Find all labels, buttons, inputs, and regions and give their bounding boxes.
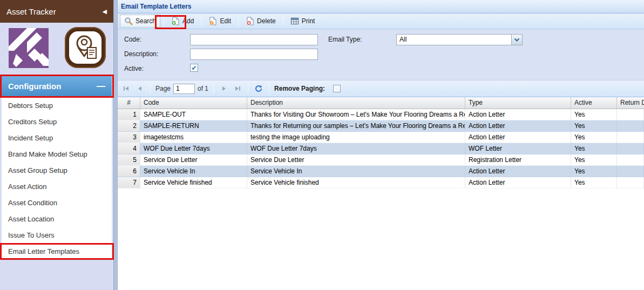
return-date-cell: [617, 154, 644, 166]
logo-strip: [0, 23, 113, 75]
chevron-down-icon: [514, 38, 519, 42]
sidebar-item-asset-location[interactable]: Asset Location: [2, 211, 112, 227]
delete-button[interactable]: Delete: [242, 15, 280, 27]
type-cell: Action Letter: [465, 166, 571, 177]
type-cell: Registration Letter: [465, 154, 571, 166]
filter-panel: Code: Description: Active: ✔ Email Type:…: [118, 29, 644, 80]
sidebar-item-issue-to-users[interactable]: Issue To Users: [2, 227, 112, 244]
dropdown-trigger-button[interactable]: [511, 35, 522, 45]
active-cell: Yes: [571, 154, 617, 166]
column-header-code[interactable]: Code: [140, 97, 247, 109]
first-page-icon: [122, 84, 131, 93]
search-button-label: Search: [135, 17, 156, 25]
collapse-minus-icon[interactable]: —: [97, 82, 105, 91]
previous-page-icon: [135, 84, 144, 93]
paging-separator: [269, 84, 269, 93]
email-type-dropdown[interactable]: All: [396, 34, 523, 45]
sidebar-section-configuration[interactable]: Configuration —: [2, 76, 112, 96]
sidebar-collapse-arrow-icon[interactable]: ◀: [103, 8, 107, 15]
page-count-label: of 1: [198, 85, 208, 92]
toolbar-separator: [238, 16, 239, 26]
panel-splitter[interactable]: [113, 0, 118, 290]
main-panel: Email Template Letters Search Add: [118, 0, 644, 290]
print-button-label: Print: [302, 17, 315, 25]
row-number-cell: 1: [118, 109, 140, 120]
description-cell: testing the image uploading: [247, 132, 465, 143]
app-header: Asset Tracker ◀: [0, 0, 113, 23]
last-page-button[interactable]: [232, 83, 243, 94]
paging-toolbar: Page of 1 Remove Paging:: [118, 80, 644, 97]
description-input[interactable]: [190, 49, 318, 60]
active-checkbox[interactable]: ✔: [190, 64, 198, 72]
previous-page-button[interactable]: [134, 83, 145, 94]
table-row[interactable]: 4 WOF Due Letter 7days WOF Due Letter 7d…: [118, 143, 644, 154]
table-header-row: # Code Description Type Active Return Da: [118, 97, 644, 109]
description-cell: WOF Due Letter 7days: [247, 143, 465, 154]
refresh-icon: [254, 84, 263, 93]
table-row[interactable]: 3 imagetestcms testing the image uploadi…: [118, 132, 644, 143]
page-label: Page: [155, 85, 171, 92]
sidebar-item-debtors-setup[interactable]: Debtors Setup: [2, 98, 112, 114]
column-header-number[interactable]: #: [118, 97, 140, 109]
sidebar-item-creditors-setup[interactable]: Creditors Setup: [2, 114, 112, 130]
description-cell: Service Vehicle In: [247, 166, 465, 177]
active-cell: Yes: [571, 166, 617, 177]
code-cell: Service Due Letter: [140, 154, 247, 166]
row-number-cell: 3: [118, 132, 140, 143]
active-cell: Yes: [571, 120, 617, 132]
search-button[interactable]: Search: [120, 15, 160, 28]
description-cell: Service Due Letter: [247, 154, 465, 166]
active-cell: Yes: [571, 132, 617, 143]
code-cell: imagetestcms: [140, 132, 247, 143]
edit-document-icon: [208, 17, 217, 25]
description-label: Description:: [124, 49, 158, 59]
last-page-icon: [233, 84, 242, 93]
type-cell: Action Letter: [465, 109, 571, 120]
code-cell: Service Vehicle In: [140, 166, 247, 177]
sidebar-item-incident-setup[interactable]: Incident Setup: [2, 130, 112, 146]
add-document-icon: [171, 17, 180, 25]
remove-paging-checkbox[interactable]: [333, 85, 341, 92]
code-label: Code:: [124, 34, 141, 45]
table-body: 1 SAMPLE-OUT Thanks for Visiting Our Sho…: [118, 109, 644, 188]
column-header-return-date[interactable]: Return Da: [617, 97, 644, 109]
refresh-button[interactable]: [253, 83, 264, 94]
table-row[interactable]: 5 Service Due Letter Service Due Letter …: [118, 154, 644, 166]
column-header-active[interactable]: Active: [571, 97, 617, 109]
return-date-cell: [617, 120, 644, 132]
column-header-type[interactable]: Type: [465, 97, 571, 109]
sidebar-item-asset-action[interactable]: Asset Action: [2, 179, 112, 195]
next-page-button[interactable]: [219, 83, 229, 94]
code-input[interactable]: [190, 34, 318, 45]
page-number-input[interactable]: [173, 84, 195, 94]
table-row[interactable]: 7 Service Vehicle finished Service Vehic…: [118, 177, 644, 188]
table-row[interactable]: 6 Service Vehicle In Service Vehicle In …: [118, 166, 644, 177]
table-row[interactable]: 1 SAMPLE-OUT Thanks for Visiting Our Sho…: [118, 109, 644, 120]
description-cell: Thanks for Returning our samples – Let's…: [247, 120, 465, 132]
active-cell: Yes: [571, 177, 617, 188]
toolbar-separator: [201, 16, 201, 26]
remove-paging-label: Remove Paging:: [274, 85, 325, 92]
description-cell: Service Vehicle finished: [247, 177, 465, 188]
sidebar-item-email-letter-templates[interactable]: Email Letter Templates: [2, 244, 112, 260]
active-cell: Yes: [571, 109, 617, 120]
row-number-cell: 7: [118, 177, 140, 188]
row-number-cell: 2: [118, 120, 140, 132]
sidebar-item-asset-condition[interactable]: Asset Condition: [2, 195, 112, 211]
section-label: Configuration: [8, 82, 61, 91]
add-button[interactable]: Add: [167, 15, 198, 27]
row-number-cell: 6: [118, 166, 140, 177]
sidebar-item-asset-group-setup[interactable]: Asset Group Setup: [2, 163, 112, 179]
print-button[interactable]: Print: [287, 15, 319, 27]
description-cell: Thanks for Visiting Our Showroom – Let's…: [247, 109, 465, 120]
paging-separator: [248, 84, 248, 93]
edit-button[interactable]: Edit: [205, 15, 235, 27]
sidebar-item-brand-make-model-setup[interactable]: Brand Make Model Setup: [2, 146, 112, 163]
table-row[interactable]: 2 SAMPLE-RETURN Thanks for Returning our…: [118, 120, 644, 132]
active-cell: Yes: [571, 143, 617, 154]
column-header-description[interactable]: Description: [247, 97, 465, 109]
first-page-button[interactable]: [121, 83, 132, 94]
add-button-label: Add: [182, 17, 194, 25]
toolbar: Search Add Edit: [118, 14, 644, 29]
code-cell: SAMPLE-OUT: [140, 109, 247, 120]
